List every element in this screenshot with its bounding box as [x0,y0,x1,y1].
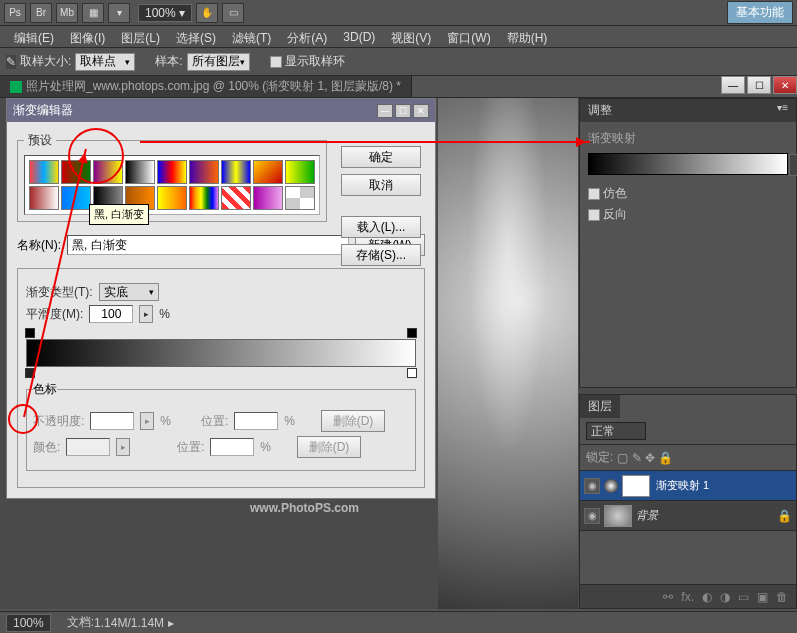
eyedropper-icon[interactable]: ✎ [6,55,16,69]
preset-swatch[interactable] [189,186,219,210]
smoothness-arrow[interactable]: ▸ [139,305,153,323]
canvas-area: 照片处理网 www.PhotoPS.com 渐变编辑器 — ☐ ✕ 预设 确定 … [0,98,797,609]
layers-tab[interactable]: 图层 [580,395,620,418]
status-zoom[interactable]: 100% [6,614,51,632]
menu-analyze[interactable]: 分析(A) [279,28,335,45]
menu-image[interactable]: 图像(I) [62,28,113,45]
window-controls: — ☐ ✕ [719,76,797,97]
opacity-arrow[interactable]: ▸ [140,412,154,430]
color-swatch-input[interactable] [66,438,110,456]
cancel-button[interactable]: 取消 [341,174,421,196]
document-tab[interactable]: 照片处理网_www.photops.com.jpg @ 100% (渐变映射 1… [0,76,412,97]
layer-mask-thumb[interactable] [622,475,650,497]
preset-swatch[interactable] [157,186,187,210]
preset-swatch[interactable] [29,160,59,184]
fx-icon[interactable]: fx. [681,590,694,604]
layer-thumb[interactable] [604,505,632,527]
doc-icon [10,81,22,93]
menu-select[interactable]: 选择(S) [168,28,224,45]
swatch-tooltip: 黑, 白渐变 [89,204,149,225]
preset-swatch[interactable] [189,160,219,184]
menu-view[interactable]: 视图(V) [383,28,439,45]
chevron-icon[interactable]: ▾ [108,3,130,23]
minimize-button[interactable]: — [721,76,745,94]
link-icon[interactable]: ⚯ [663,590,673,604]
preset-swatch[interactable] [221,186,251,210]
preset-swatch[interactable] [93,160,123,184]
app-icon[interactable]: Ps [4,3,26,23]
options-bar: ✎ 取样大小: 取样点▾ 样本: 所有图层▾ 显示取样环 [0,48,797,76]
color-stop-right[interactable] [407,368,417,378]
preset-swatch[interactable] [29,186,59,210]
new-layer-icon[interactable]: ▣ [757,590,768,604]
view-icon[interactable]: ▭ [222,3,244,23]
adjustments-tab[interactable]: 调整▾≡ [580,99,796,122]
opacity-stop-right[interactable] [407,328,417,338]
zoom-level[interactable]: 100% ▾ [138,4,192,22]
gradient-editor-dialog: 渐变编辑器 — ☐ ✕ 预设 确定 取消 载入(L)... 存储(S)... 黑… [6,98,436,499]
delete-opacity-button[interactable]: 删除(D) [321,410,385,432]
menu-window[interactable]: 窗口(W) [439,28,498,45]
opacity-stop-left[interactable] [25,328,35,338]
preset-swatch[interactable] [61,186,91,210]
position-input-1[interactable] [234,412,278,430]
workspace-button[interactable]: 基本功能 [727,1,793,24]
preset-swatch[interactable] [157,160,187,184]
dialog-close-icon[interactable]: ✕ [413,104,429,118]
checkbox-icon[interactable] [270,56,282,68]
document-tab-bar: 照片处理网_www.photops.com.jpg @ 100% (渐变映射 1… [0,76,797,98]
menu-layer[interactable]: 图层(L) [113,28,168,45]
save-button[interactable]: 存储(S)... [341,244,421,266]
preset-swatch[interactable] [221,160,251,184]
gradient-preview[interactable] [588,153,788,175]
menu-help[interactable]: 帮助(H) [499,28,556,45]
layer-row[interactable]: ◉ 渐变映射 1 [580,471,796,501]
dither-option[interactable]: 仿色 [588,185,788,202]
adjust-icon[interactable]: ◑ [720,590,730,604]
visibility-icon[interactable]: ◉ [584,508,600,524]
sample-select[interactable]: 所有图层▾ [187,53,250,71]
menu-3d[interactable]: 3D(D) [335,28,383,45]
grid-icon[interactable]: ▦ [82,3,104,23]
preset-swatch[interactable] [285,186,315,210]
trash-icon[interactable]: 🗑 [776,590,788,604]
close-button[interactable]: ✕ [773,76,797,94]
folder-icon[interactable]: ▭ [738,590,749,604]
dialog-maximize-icon[interactable]: ☐ [395,104,411,118]
preset-swatch[interactable] [253,160,283,184]
menu-filter[interactable]: 滤镜(T) [224,28,279,45]
smoothness-input[interactable] [89,305,133,323]
checkbox-icon[interactable] [588,209,600,221]
maximize-button[interactable]: ☐ [747,76,771,94]
checkbox-icon[interactable] [588,188,600,200]
preset-swatch[interactable] [61,160,91,184]
mb-icon[interactable]: Mb [56,3,78,23]
dialog-titlebar[interactable]: 渐变编辑器 — ☐ ✕ [7,99,435,122]
layer-row[interactable]: ◉ 背景 🔒 [580,501,796,531]
ok-button[interactable]: 确定 [341,146,421,168]
gradient-type-select[interactable]: 实底▾ [99,283,159,301]
gradient-bar[interactable] [26,339,416,367]
position-input-2[interactable] [210,438,254,456]
gradient-dropdown-icon[interactable] [789,154,797,176]
presets-label: 预设 [24,132,56,149]
preset-swatch[interactable] [285,160,315,184]
menu-edit[interactable]: 编辑(E) [6,28,62,45]
color-arrow[interactable]: ▸ [116,438,130,456]
load-button[interactable]: 载入(L)... [341,216,421,238]
show-ring-option[interactable]: 显示取样环 [270,53,345,70]
blend-mode-select[interactable]: 正常 [586,422,646,440]
preset-swatch[interactable] [125,160,155,184]
visibility-icon[interactable]: ◉ [584,478,600,494]
delete-color-button[interactable]: 删除(D) [297,436,361,458]
sample-size-select[interactable]: 取样点▾ [75,53,135,71]
hand-icon[interactable]: ✋ [196,3,218,23]
bridge-icon[interactable]: Br [30,3,52,23]
color-stop-left[interactable] [25,368,35,378]
dialog-minimize-icon[interactable]: — [377,104,393,118]
reverse-option[interactable]: 反向 [588,206,788,223]
name-input[interactable] [67,235,349,255]
mask-icon[interactable]: ◐ [702,590,712,604]
opacity-input[interactable] [90,412,134,430]
preset-swatch[interactable] [253,186,283,210]
